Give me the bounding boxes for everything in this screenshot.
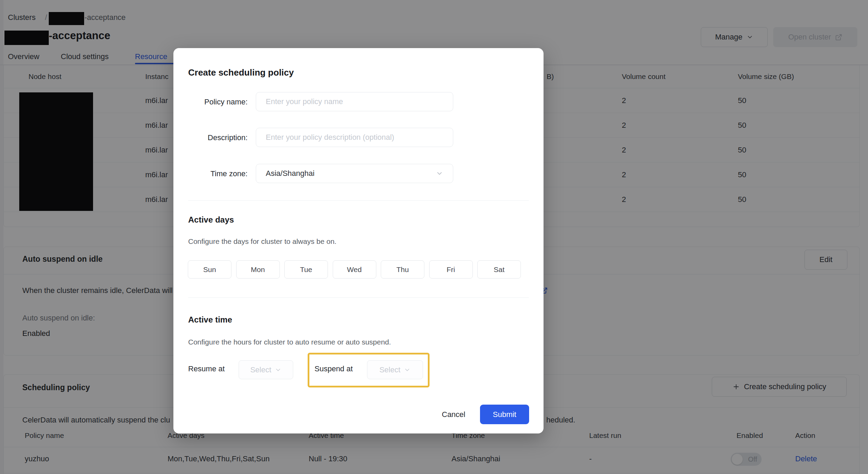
create-scheduling-policy-modal: Create scheduling policy Policy name: De…: [173, 48, 544, 433]
active-days-description: Configure the days for cluster to always…: [188, 237, 336, 246]
time-zone-select[interactable]: Asia/Shanghai: [256, 164, 453, 183]
day-button-tue[interactable]: Tue: [284, 260, 328, 279]
description-label: Description:: [186, 133, 248, 142]
chevron-down-icon: [275, 366, 282, 373]
chevron-down-icon: [436, 170, 443, 177]
active-days-row: SunMonTueWedThuFriSat: [188, 260, 521, 279]
policy-name-label: Policy name:: [186, 98, 248, 106]
active-days-heading: Active days: [188, 215, 234, 225]
policy-name-input[interactable]: [256, 92, 453, 111]
resume-at-label: Resume at: [188, 364, 225, 373]
suspend-at-label: Suspend at: [315, 364, 353, 373]
resume-at-placeholder: Select: [250, 365, 271, 374]
day-button-thu[interactable]: Thu: [381, 260, 424, 279]
day-button-sun[interactable]: Sun: [188, 260, 231, 279]
active-time-description: Configure the hours for cluster to auto …: [188, 338, 391, 346]
day-button-wed[interactable]: Wed: [333, 260, 376, 279]
modal-divider-2: [188, 297, 529, 298]
cancel-button[interactable]: Cancel: [433, 405, 474, 424]
day-button-sat[interactable]: Sat: [477, 260, 521, 279]
submit-button[interactable]: Submit: [480, 405, 529, 424]
day-button-mon[interactable]: Mon: [236, 260, 280, 279]
description-input[interactable]: [256, 128, 453, 147]
time-zone-label: Time zone:: [186, 169, 248, 178]
active-time-heading: Active time: [188, 315, 232, 325]
chevron-down-icon: [404, 366, 411, 373]
suspend-at-placeholder: Select: [379, 365, 400, 374]
time-zone-value: Asia/Shanghai: [266, 169, 315, 178]
day-button-fri[interactable]: Fri: [429, 260, 473, 279]
resume-at-select[interactable]: Select: [239, 360, 293, 379]
suspend-at-select[interactable]: Select: [367, 360, 423, 379]
modal-title: Create scheduling policy: [188, 67, 294, 78]
modal-divider-1: [188, 200, 529, 201]
